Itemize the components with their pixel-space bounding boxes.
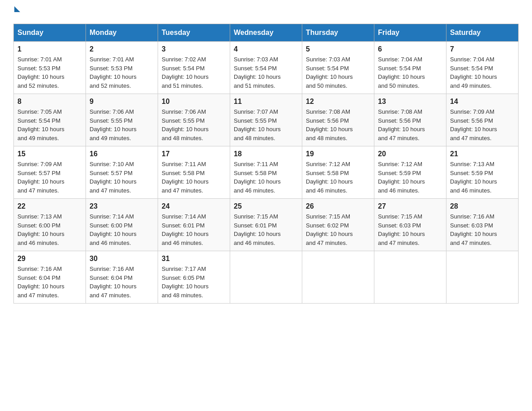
day-number: 27	[378, 202, 442, 210]
calendar-cell: 12Sunrise: 7:08 AMSunset: 5:56 PMDayligh…	[302, 94, 374, 146]
day-number: 11	[234, 98, 298, 106]
day-info: Sunrise: 7:01 AMSunset: 5:53 PMDaylight:…	[90, 55, 154, 90]
day-info: Sunrise: 7:02 AMSunset: 5:54 PMDaylight:…	[162, 55, 226, 90]
calendar-cell: 23Sunrise: 7:14 AMSunset: 6:00 PMDayligh…	[86, 199, 158, 251]
calendar-cell: 29Sunrise: 7:16 AMSunset: 6:04 PMDayligh…	[14, 251, 86, 304]
day-number: 21	[450, 150, 515, 158]
calendar-cell: 8Sunrise: 7:05 AMSunset: 5:54 PMDaylight…	[14, 94, 86, 146]
day-info: Sunrise: 7:15 AMSunset: 6:03 PMDaylight:…	[378, 212, 442, 247]
calendar-cell: 13Sunrise: 7:08 AMSunset: 5:56 PMDayligh…	[374, 94, 446, 146]
day-info: Sunrise: 7:11 AMSunset: 5:58 PMDaylight:…	[162, 160, 226, 195]
day-info: Sunrise: 7:08 AMSunset: 5:56 PMDaylight:…	[378, 107, 442, 142]
day-number: 3	[162, 45, 226, 53]
day-info: Sunrise: 7:17 AMSunset: 6:05 PMDaylight:…	[162, 265, 226, 300]
calendar-cell: 6Sunrise: 7:04 AMSunset: 5:54 PMDaylight…	[374, 42, 446, 94]
day-info: Sunrise: 7:12 AMSunset: 5:58 PMDaylight:…	[306, 160, 370, 195]
calendar-cell: 27Sunrise: 7:15 AMSunset: 6:03 PMDayligh…	[374, 199, 446, 251]
day-info: Sunrise: 7:13 AMSunset: 5:59 PMDaylight:…	[450, 160, 515, 195]
day-number: 10	[162, 98, 226, 106]
day-info: Sunrise: 7:05 AMSunset: 5:54 PMDaylight:…	[17, 107, 82, 142]
day-number: 19	[306, 150, 370, 158]
calendar-cell: 11Sunrise: 7:07 AMSunset: 5:55 PMDayligh…	[230, 94, 302, 146]
day-info: Sunrise: 7:09 AMSunset: 5:56 PMDaylight:…	[450, 107, 515, 142]
calendar-cell: 1Sunrise: 7:01 AMSunset: 5:53 PMDaylight…	[14, 42, 86, 94]
calendar-cell	[302, 251, 374, 304]
day-number: 31	[162, 255, 226, 263]
page-header	[13, 9, 519, 15]
calendar-cell: 22Sunrise: 7:13 AMSunset: 6:00 PMDayligh…	[14, 199, 86, 251]
day-info: Sunrise: 7:15 AMSunset: 6:02 PMDaylight:…	[306, 212, 370, 247]
day-info: Sunrise: 7:16 AMSunset: 6:03 PMDaylight:…	[450, 212, 515, 247]
calendar-cell: 4Sunrise: 7:03 AMSunset: 5:54 PMDaylight…	[230, 42, 302, 94]
day-info: Sunrise: 7:08 AMSunset: 5:56 PMDaylight:…	[306, 107, 370, 142]
calendar-cell: 26Sunrise: 7:15 AMSunset: 6:02 PMDayligh…	[302, 199, 374, 251]
calendar-cell: 19Sunrise: 7:12 AMSunset: 5:58 PMDayligh…	[302, 146, 374, 199]
day-info: Sunrise: 7:10 AMSunset: 5:57 PMDaylight:…	[90, 160, 154, 195]
logo	[13, 9, 20, 15]
day-number: 18	[234, 150, 298, 158]
day-number: 15	[17, 150, 82, 158]
weekday-header-wednesday: Wednesday	[230, 24, 302, 42]
day-number: 25	[234, 202, 298, 210]
calendar-table: SundayMondayTuesdayWednesdayThursdayFrid…	[13, 24, 519, 304]
day-number: 12	[306, 98, 370, 106]
weekday-header-tuesday: Tuesday	[158, 24, 230, 42]
day-number: 17	[162, 150, 226, 158]
calendar-week-3: 15Sunrise: 7:09 AMSunset: 5:57 PMDayligh…	[14, 146, 519, 199]
day-info: Sunrise: 7:04 AMSunset: 5:54 PMDaylight:…	[378, 55, 442, 90]
calendar-cell: 15Sunrise: 7:09 AMSunset: 5:57 PMDayligh…	[14, 146, 86, 199]
calendar-cell: 10Sunrise: 7:06 AMSunset: 5:55 PMDayligh…	[158, 94, 230, 146]
calendar-week-5: 29Sunrise: 7:16 AMSunset: 6:04 PMDayligh…	[14, 251, 519, 304]
day-info: Sunrise: 7:06 AMSunset: 5:55 PMDaylight:…	[162, 107, 226, 142]
day-number: 20	[378, 150, 442, 158]
day-number: 13	[378, 98, 442, 106]
logo-arrow-icon	[14, 6, 20, 12]
weekday-header-monday: Monday	[86, 24, 158, 42]
calendar-week-2: 8Sunrise: 7:05 AMSunset: 5:54 PMDaylight…	[14, 94, 519, 146]
day-info: Sunrise: 7:04 AMSunset: 5:54 PMDaylight:…	[450, 55, 515, 90]
day-info: Sunrise: 7:16 AMSunset: 6:04 PMDaylight:…	[90, 265, 154, 300]
weekday-header-thursday: Thursday	[302, 24, 374, 42]
calendar-cell: 16Sunrise: 7:10 AMSunset: 5:57 PMDayligh…	[86, 146, 158, 199]
day-number: 16	[90, 150, 154, 158]
day-info: Sunrise: 7:15 AMSunset: 6:01 PMDaylight:…	[234, 212, 298, 247]
calendar-cell: 2Sunrise: 7:01 AMSunset: 5:53 PMDaylight…	[86, 42, 158, 94]
day-info: Sunrise: 7:13 AMSunset: 6:00 PMDaylight:…	[17, 212, 82, 247]
day-info: Sunrise: 7:14 AMSunset: 6:01 PMDaylight:…	[162, 212, 226, 247]
calendar-week-4: 22Sunrise: 7:13 AMSunset: 6:00 PMDayligh…	[14, 199, 519, 251]
calendar-cell	[374, 251, 446, 304]
calendar-cell: 14Sunrise: 7:09 AMSunset: 5:56 PMDayligh…	[446, 94, 519, 146]
day-number: 26	[306, 202, 370, 210]
day-info: Sunrise: 7:12 AMSunset: 5:59 PMDaylight:…	[378, 160, 442, 195]
calendar-cell: 30Sunrise: 7:16 AMSunset: 6:04 PMDayligh…	[86, 251, 158, 304]
day-info: Sunrise: 7:06 AMSunset: 5:55 PMDaylight:…	[90, 107, 154, 142]
calendar-cell: 17Sunrise: 7:11 AMSunset: 5:58 PMDayligh…	[158, 146, 230, 199]
calendar-cell: 5Sunrise: 7:03 AMSunset: 5:54 PMDaylight…	[302, 42, 374, 94]
day-number: 6	[378, 45, 442, 53]
day-number: 7	[450, 45, 515, 53]
day-number: 29	[17, 255, 82, 263]
day-info: Sunrise: 7:14 AMSunset: 6:00 PMDaylight:…	[90, 212, 154, 247]
day-number: 14	[450, 98, 515, 106]
day-number: 28	[450, 202, 515, 210]
calendar-cell: 28Sunrise: 7:16 AMSunset: 6:03 PMDayligh…	[446, 199, 519, 251]
calendar-cell: 18Sunrise: 7:11 AMSunset: 5:58 PMDayligh…	[230, 146, 302, 199]
day-number: 22	[17, 202, 82, 210]
weekday-header-friday: Friday	[374, 24, 446, 42]
calendar-cell: 31Sunrise: 7:17 AMSunset: 6:05 PMDayligh…	[158, 251, 230, 304]
day-info: Sunrise: 7:01 AMSunset: 5:53 PMDaylight:…	[17, 55, 82, 90]
calendar-cell	[230, 251, 302, 304]
day-number: 5	[306, 45, 370, 53]
day-number: 30	[90, 255, 154, 263]
calendar-cell	[446, 251, 519, 304]
day-info: Sunrise: 7:03 AMSunset: 5:54 PMDaylight:…	[234, 55, 298, 90]
calendar-cell: 21Sunrise: 7:13 AMSunset: 5:59 PMDayligh…	[446, 146, 519, 199]
calendar-cell: 25Sunrise: 7:15 AMSunset: 6:01 PMDayligh…	[230, 199, 302, 251]
calendar-cell: 20Sunrise: 7:12 AMSunset: 5:59 PMDayligh…	[374, 146, 446, 199]
day-number: 4	[234, 45, 298, 53]
day-number: 2	[90, 45, 154, 53]
day-info: Sunrise: 7:07 AMSunset: 5:55 PMDaylight:…	[234, 107, 298, 142]
day-info: Sunrise: 7:03 AMSunset: 5:54 PMDaylight:…	[306, 55, 370, 90]
day-number: 9	[90, 98, 154, 106]
calendar-cell: 3Sunrise: 7:02 AMSunset: 5:54 PMDaylight…	[158, 42, 230, 94]
